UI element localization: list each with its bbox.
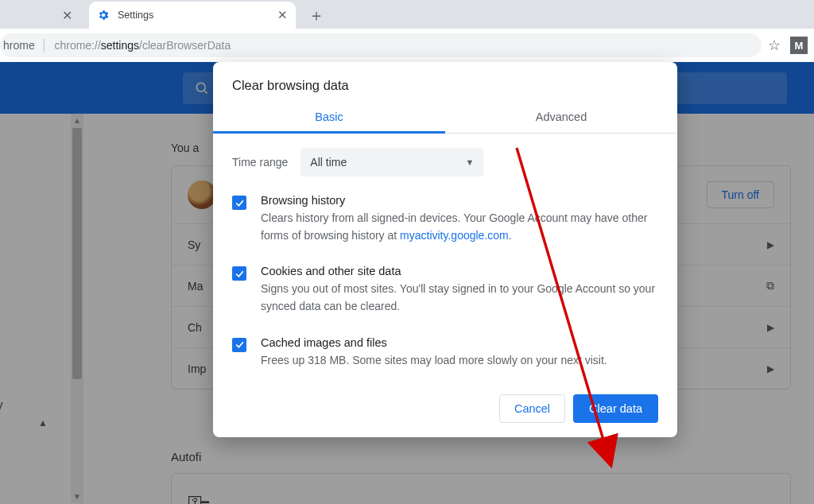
dialog-title: Clear browsing data	[213, 78, 677, 101]
option-description: Frees up 318 MB. Some sites may load mor…	[261, 352, 607, 370]
time-range-label: Time range	[232, 156, 288, 169]
bookmark-star-icon[interactable]: ☆	[768, 37, 781, 54]
checkbox-cookies[interactable]	[232, 266, 246, 281]
close-icon[interactable]: ✕	[277, 8, 288, 22]
checkbox-cache[interactable]	[232, 338, 246, 352]
tab-title: Settings	[118, 10, 271, 21]
dialog-tabs: Basic Advanced	[213, 101, 677, 134]
tab-strip: ✕ Settings ✕ ＋	[0, 0, 814, 29]
tab-basic[interactable]: Basic	[213, 101, 445, 133]
time-range-select[interactable]: All time ▼	[300, 148, 483, 176]
cancel-button[interactable]: Cancel	[499, 394, 565, 423]
option-description: Clears history from all signed-in device…	[261, 210, 658, 244]
myactivity-link[interactable]: myactivity.google.com	[400, 229, 509, 242]
new-tab-button[interactable]: ＋	[305, 4, 328, 26]
option-description: Signs you out of most sites. You'll stay…	[261, 281, 658, 315]
url-chip: hrome	[3, 39, 41, 52]
tab-advanced[interactable]: Advanced	[445, 101, 677, 133]
checkbox-browsing-history[interactable]	[232, 196, 246, 210]
extension-icon[interactable]: M	[790, 37, 808, 54]
clear-data-button[interactable]: Clear data	[573, 394, 658, 423]
chevron-down-icon: ▼	[465, 157, 474, 167]
option-title: Cached images and files	[261, 336, 607, 349]
toolbar: hrome │ chrome://settings/clearBrowserDa…	[0, 29, 814, 62]
browser-tab-settings[interactable]: Settings ✕	[89, 2, 296, 29]
option-title: Cookies and other site data	[261, 265, 658, 277]
option-title: Browsing history	[261, 194, 658, 207]
address-bar[interactable]: hrome │ chrome://settings/clearBrowserDa…	[0, 33, 762, 57]
close-icon[interactable]: ✕	[62, 8, 72, 23]
gear-icon	[97, 9, 110, 21]
clear-browsing-data-dialog: Clear browsing data Basic Advanced Time …	[213, 62, 677, 437]
